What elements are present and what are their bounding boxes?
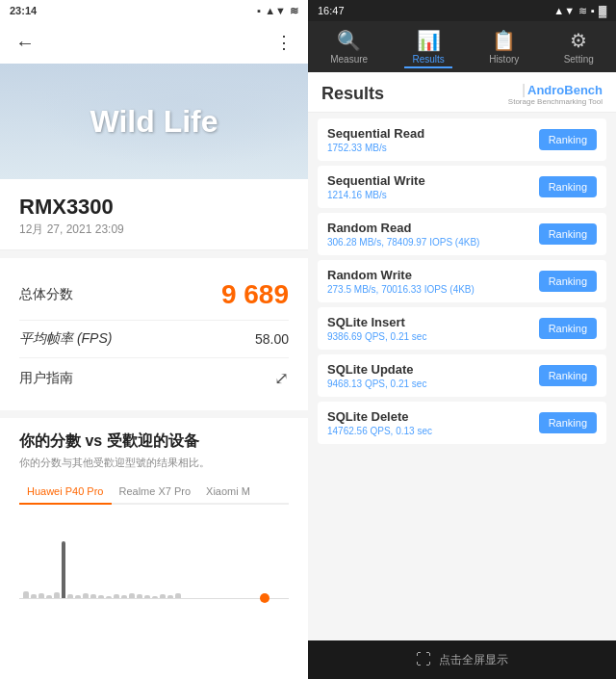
andro-sub: Storage Benchmarking Tool	[508, 97, 603, 106]
sqlite-insert-info: SQLite Insert 9386.69 QPS, 0.21 sec	[327, 315, 539, 342]
rt-icon-1: ▲▼	[553, 5, 575, 16]
sqlite-insert-ranking-btn[interactable]: Ranking	[539, 318, 597, 339]
comparison-section: 你的分數 vs 受歡迎的设备 你的分数与其他受歡迎型號的结果相比。 Huawei…	[0, 418, 308, 679]
score-dot-indicator	[260, 593, 270, 603]
sqlite-insert-name: SQLite Insert	[327, 315, 539, 329]
fullscreen-icon: ⛶	[416, 651, 431, 668]
bar-11	[106, 512, 112, 599]
share-button[interactable]: ⋮	[275, 32, 293, 53]
user-guide-row: 用户指南 ⤢	[19, 358, 289, 399]
device-date: 12月 27, 2021 23:09	[19, 222, 289, 238]
tab-realme[interactable]: Realme X7 Pro	[112, 480, 199, 503]
rand-read-name: Random Read	[327, 221, 539, 235]
bar-4	[46, 512, 52, 599]
results-title: Results	[321, 84, 384, 104]
comparison-title: 你的分數 vs 受歡迎的设备	[19, 431, 289, 452]
result-sqlite-insert: SQLite Insert 9386.69 QPS, 0.21 sec Rank…	[318, 307, 606, 350]
bar-8	[83, 512, 89, 599]
bar-18	[160, 512, 166, 599]
battery-indicator: ▓	[599, 5, 606, 16]
androbench-logo: | AndroBench Storage Benchmarking Tool	[508, 82, 603, 106]
bar-20	[175, 512, 181, 599]
seq-read-name: Sequential Read	[327, 126, 539, 141]
seq-read-info: Sequential Read 1752.33 MB/s	[327, 126, 539, 153]
rand-read-detail: 306.28 MB/s, 78409.97 IOPS (4KB)	[327, 237, 539, 248]
bar-5	[54, 512, 60, 599]
setting-icon: ⚙	[570, 29, 587, 52]
nav-history-label: History	[489, 54, 519, 65]
seq-write-ranking-btn[interactable]: Ranking	[539, 176, 597, 197]
result-sequential-write: Sequential Write 1214.16 MB/s Ranking	[318, 166, 606, 208]
left-status-icons: ▪ ▲▼ ≋	[257, 5, 298, 17]
bar-19	[167, 512, 173, 599]
tab-xiaomi[interactable]: Xiaomi M	[198, 480, 258, 503]
sqlite-delete-info: SQLite Delete 14762.56 QPS, 0.13 sec	[327, 409, 539, 436]
sqlite-update-name: SQLite Update	[327, 362, 539, 377]
chart-area	[19, 512, 289, 618]
sqlite-insert-detail: 9386.69 QPS, 0.21 sec	[327, 331, 539, 342]
sqlite-delete-name: SQLite Delete	[327, 409, 539, 424]
total-score-row: 总体分数 9 689	[19, 270, 289, 321]
bar-spike	[62, 512, 65, 599]
bar-17	[152, 512, 158, 599]
seq-read-ranking-btn[interactable]: Ranking	[539, 129, 597, 150]
total-score-value: 9 689	[221, 279, 289, 310]
nav-measure[interactable]: 🔍 Measure	[322, 27, 375, 68]
rand-write-ranking-btn[interactable]: Ranking	[539, 271, 597, 292]
left-time: 23:14	[10, 5, 37, 16]
fullscreen-label: 点击全屏显示	[439, 652, 508, 668]
rand-write-detail: 273.5 MB/s, 70016.33 IOPS (4KB)	[327, 284, 539, 295]
stats-section: 总体分数 9 689 平均帧率 (FPS) 58.00 用户指南 ⤢	[0, 258, 308, 410]
result-random-read: Random Read 306.28 MB/s, 78409.97 IOPS (…	[318, 213, 606, 255]
seq-write-name: Sequential Write	[327, 173, 539, 188]
logo-pipe: |	[522, 82, 526, 97]
right-panel: 16:47 ▲▼ ≋ ▪ ▓ 🔍 Measure 📊 Results 📋 His…	[308, 0, 616, 679]
device-tabs: Huawei P40 Pro Realme X7 Pro Xiaomi M	[19, 480, 289, 505]
rand-write-info: Random Write 273.5 MB/s, 70016.33 IOPS (…	[327, 268, 539, 295]
seq-write-detail: 1214.16 MB/s	[327, 190, 539, 200]
result-sequential-read: Sequential Read 1752.33 MB/s Ranking	[318, 118, 606, 161]
bar-3	[38, 512, 44, 599]
user-guide-share-icon[interactable]: ⤢	[274, 368, 289, 389]
rand-read-info: Random Read 306.28 MB/s, 78409.97 IOPS (…	[327, 221, 539, 248]
bar-10	[98, 512, 104, 599]
fps-row: 平均帧率 (FPS) 58.00	[19, 321, 289, 358]
sqlite-update-ranking-btn[interactable]: Ranking	[539, 365, 597, 386]
signal-icon: ▲▼	[265, 5, 286, 16]
nav-results-label: Results	[412, 54, 444, 65]
battery-icon: ▪	[257, 5, 261, 16]
bar-7	[75, 512, 81, 599]
rand-read-ranking-btn[interactable]: Ranking	[539, 223, 597, 245]
tab-huawei[interactable]: Huawei P40 Pro	[19, 480, 112, 505]
bottom-bar[interactable]: ⛶ 点击全屏显示	[308, 640, 616, 679]
bar-12	[114, 512, 119, 599]
chart-bars	[19, 512, 289, 599]
results-header: Results | AndroBench Storage Benchmarkin…	[308, 72, 616, 113]
bar-13	[121, 512, 127, 599]
left-toolbar: ← ⋮	[0, 21, 308, 64]
hero-title: Wild Life	[90, 104, 218, 140]
device-model: RMX3300	[19, 195, 289, 220]
history-icon: 📋	[492, 29, 516, 52]
seq-read-detail: 1752.33 MB/s	[327, 143, 539, 153]
bar-2	[31, 512, 37, 599]
nav-measure-label: Measure	[330, 54, 368, 65]
nav-results[interactable]: 📊 Results	[404, 27, 451, 68]
rt-icon-3: ▪	[591, 5, 595, 16]
rand-write-name: Random Write	[327, 268, 539, 282]
nav-setting[interactable]: ⚙ Setting	[556, 27, 602, 68]
device-info: RMX3300 12月 27, 2021 23:09	[0, 179, 308, 250]
rt-icon-2: ≋	[578, 5, 587, 17]
nav-history[interactable]: 📋 History	[481, 27, 526, 68]
bar-14	[129, 512, 135, 599]
fps-value: 58.00	[255, 331, 289, 347]
right-status-icons: ▲▼ ≋ ▪ ▓	[553, 5, 606, 17]
back-button[interactable]: ←	[15, 32, 35, 54]
result-sqlite-update: SQLite Update 9468.13 QPS, 0.21 sec Rank…	[318, 354, 606, 397]
result-random-write: Random Write 273.5 MB/s, 70016.33 IOPS (…	[318, 260, 606, 302]
sqlite-delete-ranking-btn[interactable]: Ranking	[539, 412, 597, 433]
seq-write-info: Sequential Write 1214.16 MB/s	[327, 173, 539, 200]
andro-name: AndroBench	[527, 83, 603, 97]
measure-icon: 🔍	[337, 29, 361, 52]
comparison-subtitle: 你的分数与其他受歡迎型號的结果相比。	[19, 456, 289, 470]
